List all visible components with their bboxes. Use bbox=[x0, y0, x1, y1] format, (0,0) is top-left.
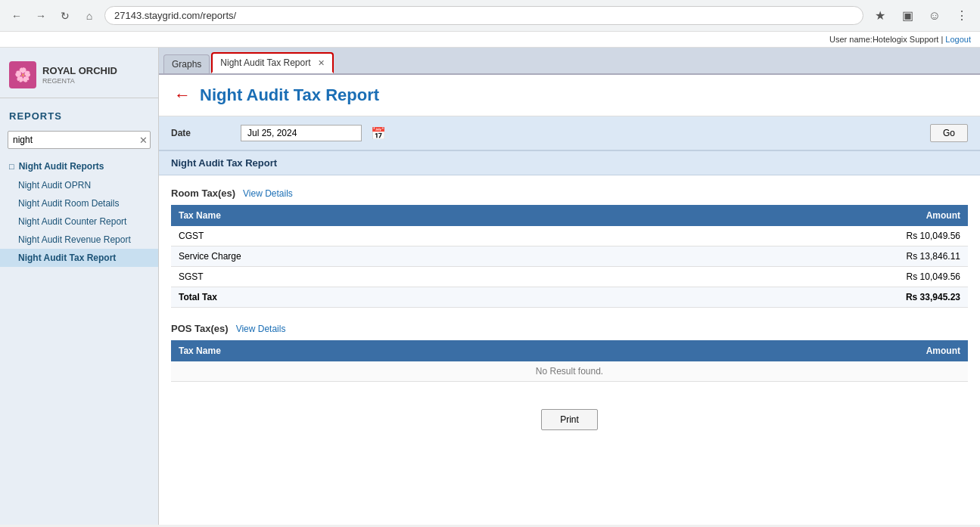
room-total-amount: Rs 33,945.23 bbox=[591, 287, 968, 308]
room-tax-name-1: Service Charge bbox=[171, 246, 591, 267]
back-arrow-icon: ← bbox=[174, 85, 191, 105]
forward-button[interactable]: → bbox=[32, 7, 50, 25]
back-button[interactable]: ← bbox=[8, 7, 26, 25]
user-bar: User name:Hotelogix Support | Logout bbox=[0, 32, 980, 48]
tab-bar: Graphs Night Audit Tax Report ✕ bbox=[159, 48, 980, 75]
content-area: Graphs Night Audit Tax Report ✕ ← Night … bbox=[159, 48, 980, 525]
refresh-button[interactable]: ↻ bbox=[56, 7, 74, 25]
room-taxes-view-details-link[interactable]: View Details bbox=[243, 188, 293, 199]
logo-icon: 🌸 bbox=[9, 61, 36, 88]
pos-no-result-text: No Result found. bbox=[171, 361, 968, 382]
go-button[interactable]: Go bbox=[930, 124, 968, 142]
logo-flower-icon: 🌸 bbox=[14, 67, 31, 83]
sidebar-item-oprn[interactable]: Night Audit OPRN bbox=[0, 176, 158, 194]
tab-graphs-label: Graphs bbox=[172, 59, 201, 70]
print-button[interactable]: Print bbox=[541, 409, 598, 430]
extensions-icon[interactable]: ▣ bbox=[897, 5, 918, 26]
table-row: SGST Rs 10,049.56 bbox=[171, 267, 968, 287]
room-table-header-amount: Amount bbox=[591, 205, 968, 226]
room-tax-name-2: SGST bbox=[171, 267, 591, 287]
main-layout: 🌸 ROYAL ORCHID REGENTA REPORTS ✕ □ Night… bbox=[0, 48, 980, 525]
room-table-header-tax-name: Tax Name bbox=[171, 205, 591, 226]
report-content: Room Tax(es) View Details Tax Name Amoun… bbox=[159, 175, 980, 454]
logo-name: ROYAL ORCHID bbox=[42, 65, 117, 77]
table-row: CGST Rs 10,049.56 bbox=[171, 226, 968, 246]
group-toggle-icon: □ bbox=[9, 162, 14, 171]
calendar-icon[interactable]: 📅 bbox=[371, 126, 386, 141]
nav-group-label: Night Audit Reports bbox=[19, 161, 104, 172]
logo-text-block: ROYAL ORCHID REGENTA bbox=[42, 65, 117, 85]
print-button-row: Print bbox=[171, 397, 968, 442]
reports-section-title: REPORTS bbox=[0, 106, 158, 126]
report-title: Night Audit Tax Report bbox=[200, 85, 379, 105]
room-tax-amount-0: Rs 10,049.56 bbox=[591, 226, 968, 246]
bookmark-icon[interactable]: ★ bbox=[870, 5, 891, 26]
tab-night-audit-tax-label: Night Audit Tax Report bbox=[220, 57, 310, 68]
tab-close-icon[interactable]: ✕ bbox=[318, 58, 325, 67]
date-label: Date bbox=[171, 128, 232, 138]
pos-taxes-label: POS Tax(es) bbox=[171, 323, 229, 334]
search-clear-button[interactable]: ✕ bbox=[139, 135, 148, 146]
room-taxes-label: Room Tax(es) bbox=[171, 188, 235, 199]
room-taxes-title: Room Tax(es) View Details bbox=[171, 188, 968, 199]
pos-no-result-row: No Result found. bbox=[171, 361, 968, 382]
date-row: Date 📅 Go bbox=[159, 116, 980, 150]
pos-table-header-amount: Amount bbox=[599, 340, 968, 361]
logo: 🌸 ROYAL ORCHID REGENTA bbox=[0, 55, 158, 98]
pos-taxes-title: POS Tax(es) View Details bbox=[171, 323, 968, 334]
report-header: ← Night Audit Tax Report bbox=[159, 75, 980, 116]
pos-taxes-view-details-link[interactable]: View Details bbox=[236, 324, 286, 334]
profile-icon[interactable]: ☺ bbox=[924, 5, 945, 26]
room-tax-amount-1: Rs 13,846.11 bbox=[591, 246, 968, 267]
nav-group-header[interactable]: □ Night Audit Reports bbox=[0, 157, 158, 176]
room-tax-amount-2: Rs 10,049.56 bbox=[591, 267, 968, 287]
logout-link[interactable]: Logout bbox=[945, 35, 971, 44]
sidebar-item-revenue-report[interactable]: Night Audit Revenue Report bbox=[0, 231, 158, 249]
room-tax-name-0: CGST bbox=[171, 226, 591, 246]
date-input[interactable] bbox=[241, 125, 362, 141]
room-taxes-table: Tax Name Amount CGST Rs 10,049.56 Servic… bbox=[171, 205, 968, 308]
tab-night-audit-tax[interactable]: Night Audit Tax Report ✕ bbox=[211, 52, 334, 73]
menu-icon[interactable]: ⋮ bbox=[951, 5, 972, 26]
sidebar-item-tax-report[interactable]: Night Audit Tax Report bbox=[0, 249, 158, 267]
tab-graphs[interactable]: Graphs bbox=[163, 54, 210, 73]
user-name-label: User name:Hotelogix Support bbox=[829, 35, 938, 44]
browser-icons: ★ ▣ ☺ ⋮ bbox=[870, 5, 972, 26]
section-header: Night Audit Tax Report bbox=[159, 150, 980, 175]
room-total-row: Total Tax Rs 33,945.23 bbox=[171, 287, 968, 308]
pos-taxes-table: Tax Name Amount No Result found. bbox=[171, 340, 968, 382]
sidebar: 🌸 ROYAL ORCHID REGENTA REPORTS ✕ □ Night… bbox=[0, 48, 159, 525]
report-body: Date 📅 Go Night Audit Tax Report Room Ta… bbox=[159, 116, 980, 525]
browser-chrome: ← → ↻ ⌂ 27143.staygrid.com/reports/ ★ ▣ … bbox=[0, 0, 980, 32]
pos-table-header-tax-name: Tax Name bbox=[171, 340, 599, 361]
home-button[interactable]: ⌂ bbox=[80, 7, 98, 25]
room-total-label: Total Tax bbox=[171, 287, 591, 308]
search-box: ✕ bbox=[8, 131, 151, 149]
sidebar-item-room-details[interactable]: Night Audit Room Details bbox=[0, 194, 158, 212]
sidebar-item-counter-report[interactable]: Night Audit Counter Report bbox=[0, 212, 158, 231]
search-input[interactable] bbox=[8, 131, 151, 149]
table-row: Service Charge Rs 13,846.11 bbox=[171, 246, 968, 267]
logo-sub: REGENTA bbox=[42, 77, 117, 85]
address-bar[interactable]: 27143.staygrid.com/reports/ bbox=[104, 6, 863, 25]
address-text: 27143.staygrid.com/reports/ bbox=[114, 10, 236, 21]
